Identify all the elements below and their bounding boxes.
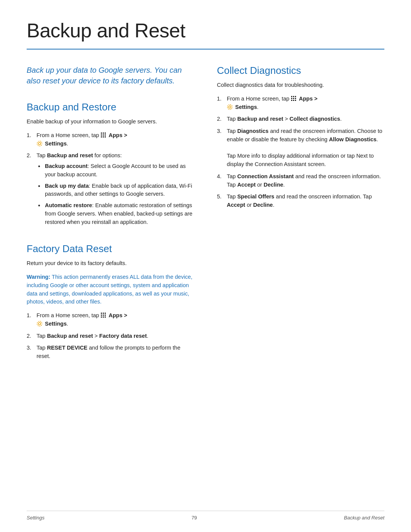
svg-rect-30 <box>295 100 296 101</box>
factory-reset-desc: Return your device to its factory defaul… <box>27 259 194 268</box>
diag-step-2: 2. Tap Backup and reset > Collect diagno… <box>217 115 384 123</box>
svg-point-21 <box>37 321 42 326</box>
svg-rect-18 <box>103 316 104 318</box>
svg-point-9 <box>38 142 41 145</box>
svg-rect-19 <box>105 316 106 318</box>
footer-page-number: 79 <box>191 515 197 521</box>
settings-icon <box>37 141 43 147</box>
svg-rect-15 <box>103 315 104 316</box>
settings-icon-3 <box>227 104 233 110</box>
svg-rect-17 <box>101 316 102 318</box>
factory-step-3: 3. Tap RESET DEVICE and follow the promp… <box>27 344 194 361</box>
intro-text: Back up your data to Google servers. You… <box>27 65 190 86</box>
right-column: Collect Diagnostics Collect diagnostics … <box>217 65 384 364</box>
svg-rect-26 <box>293 98 294 99</box>
svg-rect-28 <box>291 100 292 101</box>
svg-rect-4 <box>103 134 104 136</box>
apps-icon-2 <box>100 312 107 318</box>
backup-restore-title: Backup and Restore <box>27 101 194 113</box>
collect-diagnostics-title: Collect Diagnostics <box>217 65 384 77</box>
svg-rect-22 <box>291 96 292 97</box>
svg-point-20 <box>38 323 41 325</box>
bullet-backup-mydata: Back up my data: Enable back up of appli… <box>37 182 194 199</box>
footer-left: Settings <box>27 515 45 521</box>
step1-prefix: From a Home screen, tap <box>37 132 99 138</box>
factory-reset-section: Factory Data Reset Return your device to… <box>27 243 194 361</box>
svg-rect-1 <box>103 133 104 134</box>
footer-right: Backup and Reset <box>344 515 384 521</box>
factory-reset-steps: 1. From a Home screen, tap <box>27 312 194 361</box>
factory-step-1: 1. From a Home screen, tap <box>27 312 194 328</box>
step-2: 2. Tap Backup and reset for options: Bac… <box>27 152 194 229</box>
diag-step-5: 5. Tap Special Offers and read the onscr… <box>217 193 384 209</box>
collect-diagnostics-steps: 1. From a Home screen, tap <box>217 95 384 209</box>
main-content: Back up your data to Google servers. You… <box>27 65 384 364</box>
svg-rect-11 <box>101 313 102 314</box>
apps-icon <box>100 132 107 138</box>
settings-icon-2 <box>37 321 43 327</box>
backup-bullets: Backup account: Select a Google Account … <box>37 162 194 226</box>
page-title: Backup and Reset <box>27 19 384 42</box>
diag-step-4: 4. Tap Connection Assistant and read the… <box>217 173 384 189</box>
svg-rect-5 <box>105 134 106 136</box>
svg-rect-3 <box>101 134 102 136</box>
diag-step-1: 1. From a Home screen, tap <box>217 95 384 112</box>
factory-step-2: 2. Tap Backup and reset > Factory data r… <box>27 332 194 340</box>
step-1: 1. From a Home screen, tap <box>27 131 194 148</box>
left-column: Back up your data to Google servers. You… <box>27 65 194 364</box>
svg-point-32 <box>228 104 233 109</box>
svg-rect-16 <box>105 315 106 316</box>
step1-apps-label: Apps > <box>108 132 127 138</box>
bullet-backup-account: Backup account: Select a Google Account … <box>37 162 194 179</box>
step1-settings-label: Settings <box>45 141 67 147</box>
svg-rect-6 <box>101 136 102 137</box>
apps-icon-3 <box>291 96 297 102</box>
factory-reset-warning: Warning: This action permanently erases … <box>27 273 194 306</box>
footer: Settings 79 Backup and Reset <box>27 511 384 521</box>
factory-reset-title: Factory Data Reset <box>27 243 194 255</box>
svg-point-10 <box>37 141 42 146</box>
bullet-auto-restore: Automatic restore: Enable automatic rest… <box>37 201 194 226</box>
svg-rect-7 <box>103 136 104 137</box>
diag-step-3: 3. Tap Diagnostics and read the onscreen… <box>217 127 384 169</box>
svg-point-31 <box>229 106 231 108</box>
svg-rect-14 <box>101 315 102 316</box>
title-rule <box>27 49 384 50</box>
svg-rect-25 <box>291 98 292 99</box>
svg-rect-29 <box>293 100 294 101</box>
svg-rect-13 <box>105 313 106 314</box>
svg-rect-8 <box>105 136 106 137</box>
backup-restore-steps: 1. From a Home screen, tap <box>27 131 194 230</box>
svg-rect-2 <box>105 133 106 134</box>
svg-rect-12 <box>103 313 104 314</box>
collect-diagnostics-desc: Collect diagnostics data for troubleshoo… <box>217 81 384 89</box>
svg-rect-23 <box>293 96 294 97</box>
svg-rect-27 <box>295 98 296 99</box>
svg-rect-24 <box>295 96 296 97</box>
step3-extra: Tap More info to display additional info… <box>227 153 374 167</box>
svg-rect-0 <box>101 133 102 134</box>
backup-restore-desc: Enable backup of your information to Goo… <box>27 118 194 126</box>
